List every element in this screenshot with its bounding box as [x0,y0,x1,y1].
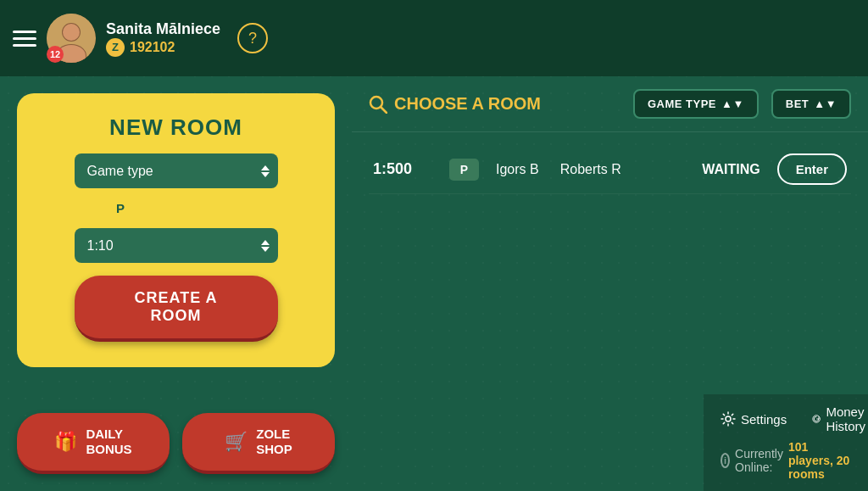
game-type-filter-arrows: ▲▼ [721,98,744,110]
room-bet: 1:500 [373,160,432,178]
player1-name: Igors B [496,162,539,177]
cart-icon: 🛒 [225,431,248,453]
settings-link[interactable]: Settings [721,411,787,427]
daily-bonus-button[interactable]: 🎁 DAILY BONUS [17,413,170,474]
bottom-buttons: 🎁 DAILY BONUS 🛒 ZOLE SHOP [17,413,335,474]
enter-room-button[interactable]: Enter [777,153,847,185]
gift-icon: 🎁 [54,431,77,453]
zole-shop-button[interactable]: 🛒 ZOLE SHOP [182,413,335,474]
svg-point-3 [63,24,80,41]
footer-online: i Currently Online: 101 players, 20 room… [721,440,851,481]
room-players: Igors B Roberts R [496,162,685,177]
choose-room-header: CHOOSE A ROOM GAME TYPE ▲▼ BET ▲▼ [352,76,868,132]
user-coins: Z 192102 [106,38,220,57]
bet-filter-button[interactable]: BET ▲▼ [771,89,851,119]
player2-name: Roberts R [560,162,621,177]
choose-room-title: CHOOSE A ROOM [369,94,620,114]
left-panel: NEW ROOM Game type P 1:10 CREATE A ROOM … [0,76,352,491]
room-status: WAITING [702,162,760,177]
new-room-title: NEW ROOM [109,114,242,141]
create-room-button[interactable]: CREATE A ROOM [75,276,278,342]
user-name: Sanita Mālniece [106,20,220,38]
money-history-icon [812,411,821,427]
online-stats: 101 players, 20 rooms [788,440,851,481]
help-button[interactable]: ? [237,23,268,53]
p-label: P [116,201,125,215]
coin-icon: Z [106,38,125,57]
hamburger-menu[interactable] [13,31,36,47]
info-icon: i [721,453,730,468]
game-type-select-wrapper: Game type [75,153,278,188]
footer: Settings Money History [704,394,868,491]
new-room-card: NEW ROOM Game type P 1:10 CREATE A ROOM [17,93,335,367]
daily-bonus-text: DAILY BONUS [86,427,131,457]
game-type-select[interactable]: Game type [75,153,278,188]
user-info: Sanita Mālniece Z 192102 [106,20,220,57]
money-history-label: Money History [826,405,868,433]
avatar-badge: 12 [47,46,64,63]
room-list: 1:500 P Igors B Roberts R WAITING Enter [352,132,868,207]
svg-line-6 [381,107,387,113]
settings-icon [721,411,736,427]
online-text: Currently Online: [735,447,783,474]
avatar-container: 12 [47,14,96,63]
game-type-filter-button[interactable]: GAME TYPE ▲▼ [633,89,759,119]
svg-point-7 [726,416,731,421]
bet-filter-label: BET [786,98,810,110]
money-history-link[interactable]: Money History [812,405,868,433]
game-type-filter-label: GAME TYPE [648,98,716,110]
right-panel: CHOOSE A ROOM GAME TYPE ▲▼ BET ▲▼ 1:500 … [352,76,868,491]
bet-filter-arrows: ▲▼ [814,98,837,110]
zole-shop-text: ZOLE SHOP [256,427,292,457]
bet-select-wrapper: 1:10 [75,228,278,263]
coin-amount: 192102 [130,40,175,55]
search-icon [369,95,387,114]
settings-label: Settings [741,412,787,427]
header: 12 Sanita Mālniece Z 192102 ? [0,0,868,76]
footer-links: Settings Money History [721,405,851,433]
room-type-badge: P [449,159,479,181]
table-row: 1:500 P Igors B Roberts R WAITING Enter [369,145,851,194]
bet-select[interactable]: 1:10 [75,228,278,263]
